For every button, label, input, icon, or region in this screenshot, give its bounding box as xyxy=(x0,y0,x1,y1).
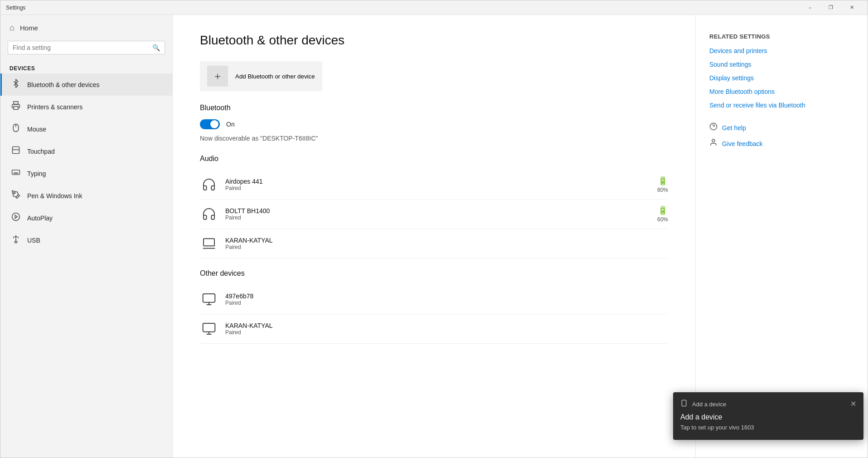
airdopes-name: Airdopes 441 xyxy=(225,178,650,185)
touchpad-icon xyxy=(11,146,21,157)
boltt-battery: 🔋 60% xyxy=(657,205,668,223)
device-497-icon xyxy=(200,290,218,308)
help-section: Get help Give feedback xyxy=(709,122,854,149)
autoplay-icon xyxy=(11,212,21,224)
monitor-icon xyxy=(200,320,218,338)
sidebar-item-mouse[interactable]: Mouse xyxy=(0,118,172,140)
app-body: ⌂ Home 🔍 Devices Bluetooth & other devic… xyxy=(0,15,868,458)
window-title: Settings xyxy=(6,5,25,11)
svg-rect-18 xyxy=(204,239,214,246)
sidebar-item-printers[interactable]: Printers & scanners xyxy=(0,96,172,118)
device-boltt[interactable]: BOLTT BH1400 Paired 🔋 60% xyxy=(200,200,668,229)
karan-katyal-audio-status: Paired xyxy=(225,244,668,250)
right-panel: Related settings Devices and printers So… xyxy=(695,15,868,458)
get-help-item[interactable]: Get help xyxy=(709,122,854,133)
karan-katyal-audio-name: KARAN-KATYAL xyxy=(225,237,668,244)
settings-window: Settings − ❐ ✕ ⌂ Home 🔍 Devices xyxy=(0,0,868,458)
search-icon: 🔍 xyxy=(152,44,160,51)
svg-rect-6 xyxy=(12,170,20,175)
minimize-button[interactable]: − xyxy=(800,0,820,15)
headphones-icon xyxy=(200,175,218,194)
svg-rect-0 xyxy=(14,102,18,104)
karan-katyal-audio-info: KARAN-KATYAL Paired xyxy=(225,237,668,250)
sidebar-item-typing-label: Typing xyxy=(27,170,46,177)
toast-header-left: Add a device xyxy=(680,400,726,409)
device-497-status: Paired xyxy=(225,300,668,306)
airdopes-battery-pct: 80% xyxy=(657,187,668,193)
close-button[interactable]: ✕ xyxy=(841,0,862,15)
airdopes-status: Paired xyxy=(225,185,650,191)
add-device-label: Add Bluetooth or other device xyxy=(235,73,315,80)
device-karan-katyal-other[interactable]: KARAN-KATYAL Paired xyxy=(200,314,668,344)
toast-body: Tap to set up your vivo 1603 xyxy=(680,424,856,431)
svg-rect-19 xyxy=(203,294,215,302)
sidebar-item-pen-label: Pen & Windows Ink xyxy=(27,192,82,200)
airdopes-info: Airdopes 441 Paired xyxy=(225,178,650,191)
usb-icon xyxy=(11,234,21,246)
device-497-name: 497e6b78 xyxy=(225,292,668,300)
add-icon: ＋ xyxy=(207,66,228,87)
sidebar-item-touchpad[interactable]: Touchpad xyxy=(0,140,172,162)
bluetooth-toggle-row: On xyxy=(200,119,668,129)
page-title: Bluetooth & other devices xyxy=(200,33,668,48)
boltt-battery-pct: 60% xyxy=(657,216,668,223)
svg-rect-15 xyxy=(15,241,17,243)
other-section-title: Other devices xyxy=(200,269,668,278)
sidebar-item-mouse-label: Mouse xyxy=(27,126,46,133)
sidebar-item-typing[interactable]: Typing xyxy=(0,162,172,185)
boltt-status: Paired xyxy=(225,214,650,221)
titlebar: Settings − ❐ ✕ xyxy=(0,0,868,15)
sidebar-section-devices: Devices xyxy=(0,62,172,73)
related-link-devices-printers[interactable]: Devices and printers xyxy=(709,47,854,54)
boltt-info: BOLTT BH1400 Paired xyxy=(225,207,650,221)
device-karan-katyal-audio[interactable]: KARAN-KATYAL Paired xyxy=(200,229,668,258)
sidebar-item-printers-label: Printers & scanners xyxy=(27,103,82,111)
give-feedback-label: Give feedback xyxy=(722,140,763,147)
sidebar-item-bluetooth[interactable]: Bluetooth & other devices xyxy=(0,73,172,96)
bluetooth-icon xyxy=(11,79,21,90)
sidebar-item-usb[interactable]: USB xyxy=(0,229,172,251)
related-link-sound-settings[interactable]: Sound settings xyxy=(709,61,854,68)
related-link-display-settings[interactable]: Display settings xyxy=(709,74,854,82)
give-feedback-item[interactable]: Give feedback xyxy=(709,138,854,149)
bluetooth-toggle-label: On xyxy=(226,121,235,128)
boltt-headphones-icon xyxy=(200,205,218,223)
search-box: 🔍 xyxy=(8,41,165,54)
toast-device-icon xyxy=(680,400,688,409)
karan-katyal-other-name: KARAN-KATYAL xyxy=(225,322,668,329)
related-link-more-bluetooth[interactable]: More Bluetooth options xyxy=(709,88,854,95)
window-controls: − ❐ ✕ xyxy=(800,0,862,15)
toast-close-button[interactable]: ✕ xyxy=(850,400,856,408)
battery-icon-boltt: 🔋 xyxy=(658,205,668,215)
svg-marker-14 xyxy=(15,215,17,219)
sidebar-home-label: Home xyxy=(20,24,38,32)
toast-title: Add a device xyxy=(680,413,856,421)
laptop-icon xyxy=(200,234,218,253)
maximize-button[interactable]: ❐ xyxy=(820,0,841,15)
get-help-icon xyxy=(709,122,718,133)
sidebar: ⌂ Home 🔍 Devices Bluetooth & other devic… xyxy=(0,15,173,458)
search-input[interactable] xyxy=(13,44,149,51)
related-settings-title: Related settings xyxy=(709,33,854,40)
svg-rect-1 xyxy=(14,107,18,110)
sidebar-item-usb-label: USB xyxy=(27,237,40,244)
home-icon: ⌂ xyxy=(10,23,15,33)
sidebar-item-autoplay[interactable]: AutoPlay xyxy=(0,207,172,229)
add-device-button[interactable]: ＋ Add Bluetooth or other device xyxy=(200,61,322,91)
related-link-send-receive[interactable]: Send or receive files via Bluetooth xyxy=(709,102,854,109)
give-feedback-icon xyxy=(709,138,718,149)
main-content: Bluetooth & other devices ＋ Add Bluetoot… xyxy=(173,15,695,458)
sidebar-item-home[interactable]: ⌂ Home xyxy=(0,15,172,41)
sidebar-item-pen[interactable]: Pen & Windows Ink xyxy=(0,185,172,207)
get-help-label: Get help xyxy=(722,124,746,132)
bluetooth-toggle[interactable] xyxy=(200,119,220,129)
device-497e6b78[interactable]: 497e6b78 Paired xyxy=(200,285,668,314)
device-airdopes[interactable]: Airdopes 441 Paired 🔋 80% xyxy=(200,170,668,200)
karan-katyal-other-info: KARAN-KATYAL Paired xyxy=(225,322,668,336)
boltt-name: BOLTT BH1400 xyxy=(225,207,650,214)
svg-rect-22 xyxy=(203,323,215,332)
bluetooth-section-header: Bluetooth xyxy=(200,104,668,112)
airdopes-battery: 🔋 80% xyxy=(657,176,668,193)
karan-katyal-other-status: Paired xyxy=(225,329,668,336)
svg-point-12 xyxy=(14,192,15,194)
